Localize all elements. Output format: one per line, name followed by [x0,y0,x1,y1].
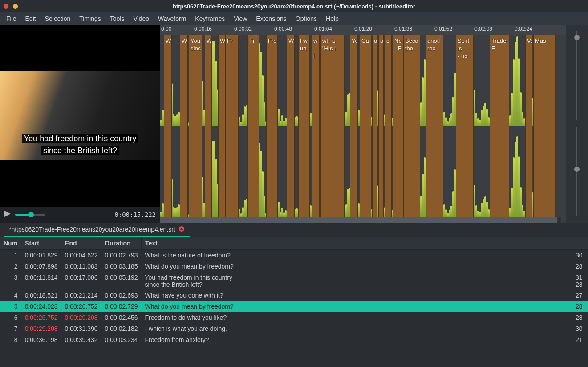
waveform-clip[interactable]: w- i [312,35,320,217]
subtitle-table-wrap[interactable]: Num Start End Duration Text 10:00:01.829… [0,237,588,355]
play-icon [4,211,11,217]
waveform-clip[interactable]: So it is- no [456,35,474,217]
col-num[interactable]: Num [0,237,21,250]
clip-label: o [379,35,383,48]
waveform-clip[interactable]: Trade-F [490,35,509,217]
cell-start: 0:00:18.521 [21,290,61,301]
cell-text: Freedom to do what you like? [142,312,568,323]
table-row[interactable]: 40:00:18.5210:00:21.2140:00:02.693What h… [0,290,588,301]
video-frame[interactable]: You had freedom in this country since th… [0,25,160,207]
waveform-h-scrollbar[interactable] [160,217,561,223]
waveform-clip[interactable]: W [164,35,172,217]
menu-tools[interactable]: Tools [105,13,129,24]
clip-label: W [219,35,225,48]
waveform-clip[interactable]: Ca [360,35,371,217]
col-start[interactable]: Start [21,237,61,250]
waveform-clip[interactable]: Ye [350,35,358,217]
waveform-clip[interactable]: o [378,35,384,217]
table-row[interactable]: 80:00:36.1980:00:39.4320:00:03.234Freedo… [0,334,588,346]
menu-extensions[interactable]: Extensions [251,13,291,24]
waveform-clip[interactable]: anotlrec [426,35,443,217]
volume-slider[interactable] [15,214,45,216]
table-row[interactable]: 70:00:29.2080:00:31.3900:00:02.182- whic… [0,323,588,334]
cell-start: 0:00:24.023 [21,301,61,312]
waveform-clip[interactable]: Voi [525,35,532,217]
menu-waveform[interactable]: Waveform [154,13,191,24]
cell-end: 0:00:17.006 [61,272,101,290]
table-row[interactable]: 60:00:26.7520:00:29.2080:00:02.456Freedo… [0,312,588,323]
clip-label: W [164,35,171,48]
menu-file[interactable]: File [2,13,21,24]
clip-label: So it is- no [456,35,473,63]
document-tab[interactable]: *https0620Trade-Free20means20you20are20f… [4,223,190,237]
table-row[interactable]: 50:00:24.0230:00:26.7520:00:02.729What d… [0,301,588,312]
waveform-clip[interactable]: c [385,35,392,217]
clip-label: Trade-F [490,35,509,55]
col-end[interactable]: End [61,237,101,250]
clip-label: Yousinc [189,35,202,55]
waveform-panel[interactable]: 0:00 0:00:16 0:00:32 0:00:48 0:01:04 0:0… [160,25,588,223]
menu-video[interactable]: Video [129,13,154,24]
clip-label: W [180,35,187,48]
menubar: File Edit Selection Timings Tools Video … [0,12,588,25]
cell-start: 0:00:26.752 [21,312,61,323]
table-row[interactable]: 20:00:07.8980:00:11.0830:00:03.185What d… [0,261,588,272]
waveform-clip[interactable]: W [180,35,188,217]
waveform-zoom-sliders [566,25,588,223]
cell-duration: 0:00:03.234 [101,334,142,346]
clip-label: anotlrec [426,35,443,55]
clip-label: Ye [350,35,357,48]
cell-text: What have you done with it? [142,290,568,301]
waveform-clip[interactable]: Yousinc [189,35,202,217]
menu-view[interactable]: View [229,13,251,24]
waveform-clip[interactable]: W [205,35,212,217]
zoom-slider-1[interactable] [576,31,577,120]
menu-keyframes[interactable]: Keyframes [191,13,229,24]
waveform-clip[interactable]: Fr [225,35,239,217]
clip-label: wl- is"His i [321,35,344,55]
waveform-clip[interactable]: W [287,35,295,217]
cell-end: 0:00:31.390 [61,323,101,334]
clip-label: Fr [248,35,259,48]
waveform-clip[interactable]: wl- is"His i [320,35,345,217]
waveform-clip[interactable]: I wun [298,35,310,217]
cell-start: 0:00:11.814 [21,272,61,290]
cell-duration: 0:00:03.185 [101,261,142,272]
waveform-clip[interactable]: Becathe [403,35,420,217]
menu-help[interactable]: Help [321,13,343,24]
waveform-clip[interactable]: W [218,35,225,217]
menu-edit[interactable]: Edit [21,13,41,24]
cell-start: 0:00:29.208 [21,323,61,334]
titlebar: https0620Trade-Free20means20you20are20fr… [0,0,588,12]
playback-time: 0:00:15.222 [114,211,156,218]
player-controls: 0:00:15.222 [0,207,160,223]
table-row[interactable]: 30:00:11.8140:00:17.0060:00:05.192You ha… [0,272,588,290]
menu-options[interactable]: Options [291,13,321,24]
clip-label: Becathe [404,35,420,55]
cell-text: What is the nature of freedom? [142,250,568,261]
cell-start: 0:00:01.829 [21,250,61,261]
waveform-body[interactable]: WWYousincWWFrFrFreWI wunw- iwl- is"His i… [160,35,561,217]
clip-label: Ca [360,35,371,48]
menu-selection[interactable]: Selection [41,13,75,24]
waveform-clip[interactable]: o [372,35,377,217]
col-text[interactable]: Text [142,237,568,250]
cell-duration: 0:00:02.456 [101,312,142,323]
time-ruler[interactable]: 0:00 0:00:16 0:00:32 0:00:48 0:01:04 0:0… [160,25,588,35]
cell-num: 3 [0,272,21,290]
document-tab-strip: *https0620Trade-Free20means20you20are20f… [0,223,588,237]
clip-label: Fr [226,35,238,48]
play-button[interactable] [4,211,11,219]
zoom-slider-2[interactable] [576,127,577,216]
col-duration[interactable]: Duration [101,237,142,250]
cell-text: What do you mean by freedom? [142,301,568,312]
waveform-clip[interactable]: Fre [266,35,278,217]
cell-chars: 21 [568,334,588,346]
table-row[interactable]: 10:00:01.8290:00:04.6220:00:02.793What i… [0,250,588,261]
col-chars[interactable] [568,237,588,250]
menu-timings[interactable]: Timings [75,13,105,24]
clip-label: Fre [267,35,277,48]
waveform-clip[interactable]: Fr [247,35,259,217]
tab-close-button[interactable] [179,226,184,233]
waveform-clip[interactable]: Mus [533,35,556,217]
